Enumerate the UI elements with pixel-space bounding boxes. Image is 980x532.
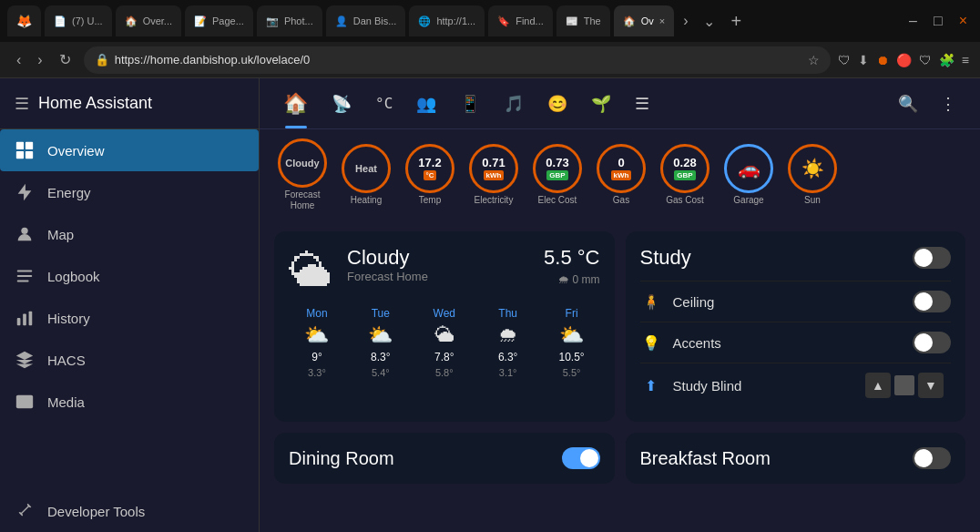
mobile-nav-icon[interactable]: 📱 [451,88,489,119]
sidebar-item-energy[interactable]: Energy [0,171,259,213]
breakfast-room-toggle[interactable] [913,447,951,469]
sidebar-item-hacs[interactable]: HACS [0,339,259,381]
weather-icon: 🌥 [289,246,332,296]
accents-toggle-knob [914,333,933,352]
blind-up-button[interactable]: ▲ [865,373,891,398]
tab-bar: 🦊 📄 (7) U... 🏠 Over... 📝 Page... 📷 Phot.… [0,0,980,42]
tab-scroll-down[interactable]: ⌄ [698,9,720,34]
maximize-button[interactable]: □ [928,9,948,33]
home-nav-icon[interactable]: 🏠 [274,87,317,121]
addon-icon[interactable]: 🔴 [896,53,912,67]
tab-4[interactable]: 📷 Phot... [257,5,322,36]
grid-icon [15,140,35,160]
tab-5[interactable]: 👤 Dan Bis... [326,5,406,36]
forecast-day-fri[interactable]: Fri ⛅ 10.5° 5.5° [544,307,600,378]
sidebar-item-logbook[interactable]: Logbook [0,255,259,297]
temp-nav-icon[interactable]: °C [366,89,402,118]
tab-3[interactable]: 📝 Page... [185,5,253,36]
ceiling-person-icon: 🧍 [640,291,662,312]
dining-room-title: Dining Room [289,448,394,469]
close-button[interactable]: × [954,9,973,33]
gauge-electricity[interactable]: 0.71 kWh Electricity [465,144,522,206]
back-button[interactable]: ‹ [11,50,26,70]
accents-bulb-icon: 💡 [640,332,662,353]
gauge-cloudy[interactable]: Cloudy ForecastHome [274,138,331,211]
minimize-button[interactable]: – [903,9,923,33]
gauge-label-gas-cost: Gas Cost [666,195,704,206]
tab-1[interactable]: 📄 (7) U... [45,5,112,36]
blind-down-button[interactable]: ▼ [918,373,944,398]
svg-rect-7 [17,281,29,282]
forecast-day-tue[interactable]: Tue ⛅ 8.3° 5.4° [352,307,409,378]
address-input[interactable] [115,53,802,66]
forecast-icon-mon: ⛅ [304,323,329,347]
ceiling-toggle[interactable] [913,291,951,312]
tab-2[interactable]: 🏠 Over... [116,5,181,36]
bookmark-icon[interactable]: ☆ [808,53,820,67]
download-icon[interactable]: ⬇ [858,53,869,67]
tab-firefox[interactable]: 🦊 [7,5,41,36]
forecast-low-thu: 3.1° [499,367,517,378]
tab-scroll-right[interactable]: › [678,9,693,33]
svg-rect-9 [23,313,26,325]
persons-nav-icon[interactable]: 👥 [407,88,445,119]
record-icon[interactable]: ⏺ [876,53,889,67]
forecast-day-mon[interactable]: Mon ⛅ 9° 3.3° [289,307,345,378]
sidebar-item-history[interactable]: History [0,297,259,339]
gauge-val-electricity: 0.71 [482,157,505,169]
tab-6[interactable]: 🌐 http://1... [409,5,485,36]
forecast-day-wed[interactable]: Wed 🌥 7.8° 5.8° [416,307,473,378]
accents-toggle[interactable] [913,332,951,353]
study-master-toggle[interactable] [913,247,951,269]
top-icon-bar: 🏠 📡 °C 👥 📱 🎵 😊 🌱 ☰ 🔍 ⋮ [260,78,980,129]
gauge-garage[interactable]: 🚗 Garage [720,144,777,206]
close-tab-icon[interactable]: × [659,15,665,26]
address-input-wrap[interactable]: 🔒 ☆ [84,46,831,74]
forward-button[interactable]: › [32,50,47,70]
gauge-label-elec-cost: Elec Cost [538,195,577,206]
sidebar-item-label-hacs: HACS [47,353,86,368]
list-nav-icon[interactable]: ☰ [626,88,658,119]
gauge-heat[interactable]: Heat Heating [338,144,394,206]
radio-nav-icon[interactable]: 📡 [322,88,361,119]
hacs-icon [15,350,35,370]
music-nav-icon[interactable]: 🎵 [495,88,533,119]
puzzle-icon[interactable]: 🧩 [939,53,954,67]
weather-condition: Cloudy [347,246,544,270]
face-nav-icon[interactable]: 😊 [538,88,577,119]
forecast-day-thu[interactable]: Thu 🌧 6.3° 3.1° [480,307,536,378]
new-tab-button[interactable]: + [724,11,750,32]
tab-8[interactable]: 📰 The [556,5,610,36]
gauge-temp[interactable]: 17.2 °C Temp [402,144,458,206]
gauge-circle-heat: Heat [342,144,391,193]
breakfast-room-card: Breakfast Room [626,433,966,484]
gauge-sun[interactable]: ☀️ Sun [784,144,841,206]
person-icon [15,224,35,244]
shield2-icon[interactable]: 🛡 [919,53,932,67]
menu-icon[interactable]: ≡ [962,53,969,67]
svg-rect-0 [16,142,24,149]
blind-stop-button[interactable] [894,375,914,395]
sidebar-item-map[interactable]: Map [0,213,259,255]
more-options-icon[interactable]: ⋮ [931,88,965,119]
sidebar-item-overview[interactable]: Overview [0,129,259,171]
sidebar-item-developer[interactable]: Developer Tools [0,490,259,532]
forecast-low-wed: 5.8° [435,367,454,378]
plant-nav-icon[interactable]: 🌱 [582,88,620,119]
top-icons-right: 🔍 ⋮ [889,88,965,119]
gauge-gas-cost[interactable]: 0.28 GBP Gas Cost [657,144,713,206]
sidebar-item-label-history: History [47,311,90,326]
shield-icon[interactable]: 🛡 [838,53,851,67]
tab-7[interactable]: 🔖 Find... [488,5,553,36]
gauge-elec-cost[interactable]: 0.73 GBP Elec Cost [529,144,586,206]
sidebar-item-media[interactable]: Media [0,381,259,423]
blind-up-icon: ⬆ [640,374,662,396]
sidebar-menu-icon[interactable]: ☰ [15,94,29,114]
search-icon[interactable]: 🔍 [889,88,927,119]
refresh-button[interactable]: ↻ [54,49,77,70]
device-row-blind: ⬆ Study Blind ▲ ▼ [640,363,952,407]
tab-9[interactable]: 🏠 Ov × [614,5,675,36]
forecast-high-tue: 8.3° [371,351,390,363]
dining-room-toggle[interactable] [562,447,600,469]
gauge-gas[interactable]: 0 kWh Gas [593,144,649,206]
